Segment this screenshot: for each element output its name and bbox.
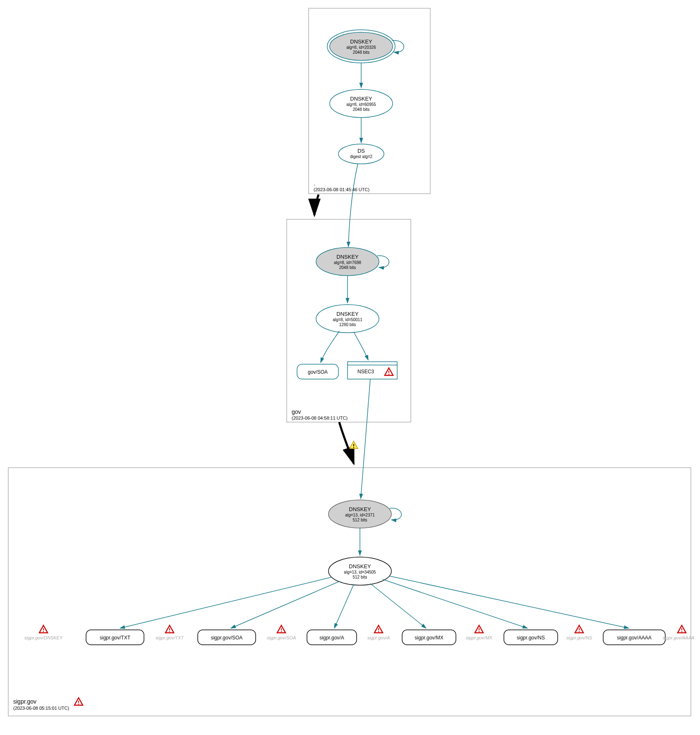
nodata-sigpr-a: sigpr.gov/A xyxy=(367,635,390,640)
nodata-sigpr-aaaa: sigpr.gov/AAAA xyxy=(663,635,695,640)
edge-root-gov-delegation xyxy=(314,195,319,215)
rr-sigpr-aaaa-label: sigpr.gov/AAAA xyxy=(617,635,651,641)
root-zsk-l2: 2048 bits xyxy=(353,107,370,112)
sigpr-zsk-l2: 512 bits xyxy=(352,575,367,579)
warning-icon xyxy=(475,625,483,633)
warning-icon xyxy=(678,625,686,633)
nodata-sigpr-dnskey: sigpr.gov/DNSKEY xyxy=(24,635,63,640)
zone-gov-label: gov xyxy=(292,408,301,415)
warning-icon xyxy=(74,698,83,705)
nodata-sigpr-txt: sigpr.gov/TXT xyxy=(156,635,184,640)
warning-icon xyxy=(374,625,383,633)
edge-govzsk-nsec3 xyxy=(354,332,368,360)
gov-soa-label: gov/SOA xyxy=(308,369,328,375)
zone-root-label: . xyxy=(314,180,315,187)
edge-gov-sigpr-delegation xyxy=(339,422,354,464)
warning-icon xyxy=(277,625,285,633)
root-ds xyxy=(338,144,384,164)
dnssec-diagram: . (2023-06-08 01:45:46 UTC) DNSKEY alg=8… xyxy=(0,0,700,735)
nodata-sigpr-ns: sigpr.gov/NS xyxy=(566,635,592,640)
zone-gov-ts: (2023-06-08 04:58:11 UTC) xyxy=(292,416,348,420)
zone-sigpr-ts: (2023-06-08 05:15:01 UTC) xyxy=(13,706,69,711)
rr-sigpr-a-label: sigpr.gov/A xyxy=(319,635,344,641)
edge-zsk-a xyxy=(334,584,354,628)
warning-icon xyxy=(165,625,174,633)
warning-icon xyxy=(575,625,583,633)
warning-icon xyxy=(39,625,48,633)
root-ds-l1: digest alg=2 xyxy=(350,154,373,159)
warning-icon xyxy=(350,441,358,449)
nodata-sigpr-soa: sigpr.gov/SOA xyxy=(267,635,296,640)
rr-sigpr-txt-label: sigpr.gov/TXT xyxy=(100,635,131,641)
rr-sigpr-soa-label: sigpr.gov/SOA xyxy=(211,635,243,641)
edge-nsec3-sigprksk xyxy=(361,379,370,499)
gov-zsk-l1: alg=8, id=50011 xyxy=(333,317,362,322)
gov-zsk-l2: 1280 bits xyxy=(339,322,356,327)
edge-zsk-mx xyxy=(370,584,426,628)
rr-sigpr-mx-label: sigpr.gov/MX xyxy=(415,635,443,641)
gov-nsec3-label: NSEC3 xyxy=(357,369,374,375)
gov-ksk-title: DNSKEY xyxy=(336,254,359,260)
rr-sigpr-ns-label: sigpr.gov/NS xyxy=(517,635,545,641)
edge-zsk-aaaa xyxy=(390,576,629,628)
zone-root-ts: (2023-06-08 01:45:46 UTC) xyxy=(314,187,369,192)
sigpr-zsk-title: DNSKEY xyxy=(349,563,371,569)
edge-zsk-ns xyxy=(383,579,527,628)
zone-sigpr-label: sigpr.gov xyxy=(13,698,36,705)
sigpr-ksk-l1: alg=13, id=2371 xyxy=(345,513,375,517)
root-ds-title: DS xyxy=(357,148,365,154)
gov-nsec3: NSEC3 xyxy=(348,362,397,379)
root-ksk-l1: alg=8, id=20326 xyxy=(346,45,376,50)
root-ksk-title: DNSKEY xyxy=(350,38,372,45)
edge-govzsk-govsoa xyxy=(321,331,339,363)
sigpr-ksk-l2: 512 bits xyxy=(352,518,367,522)
gov-ksk-l2: 2048 bits xyxy=(339,265,356,270)
sigpr-ksk-title: DNSKEY xyxy=(349,506,371,512)
root-zsk-title: DNSKEY xyxy=(350,96,372,102)
edge-ds-govksk xyxy=(348,163,358,247)
root-zsk-l1: alg=8, id=60955 xyxy=(346,102,376,107)
root-ksk-l2: 2048 bits xyxy=(353,50,370,55)
edge-zsk-txt xyxy=(120,577,331,628)
gov-ksk-l1: alg=8, id=7698 xyxy=(334,260,362,265)
sigpr-zsk-l1: alg=13, id=34505 xyxy=(344,570,376,574)
nodata-sigpr-mx: sigpr.gov/MX xyxy=(466,635,492,640)
gov-zsk-title: DNSKEY xyxy=(336,311,359,317)
